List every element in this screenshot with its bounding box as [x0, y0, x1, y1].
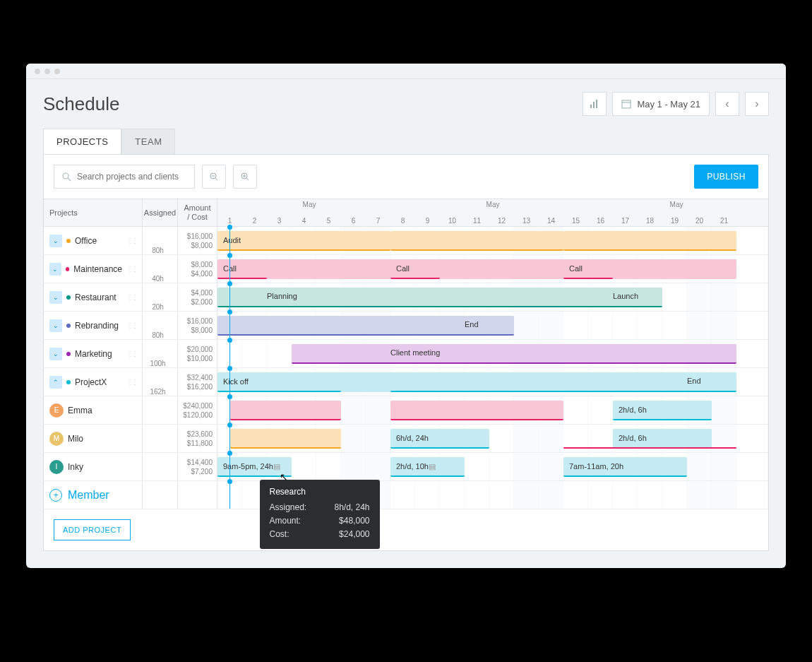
drag-handle[interactable]: ⋮⋮: [126, 350, 136, 357]
chevron-right-icon: ›: [755, 97, 758, 110]
timeline-cell[interactable]: 9am-5pm, 24h ▤2h/d, 10h ▤7am-11am, 20h↖R…: [217, 453, 768, 480]
schedule-bar[interactable]: [292, 344, 736, 364]
bar-label: 7am-11am, 20h: [569, 462, 623, 471]
project-color-dot: [66, 239, 71, 243]
timeline-cell[interactable]: End: [217, 312, 768, 339]
schedule-bar[interactable]: Call: [390, 259, 440, 279]
schedule-bar[interactable]: [390, 231, 563, 251]
chevron-down-icon: ⌄: [52, 266, 58, 273]
schedule-bar[interactable]: Call: [217, 259, 267, 279]
assigned-hours: 40h: [143, 255, 178, 283]
schedule-bar[interactable]: 6h/d, 24h: [390, 429, 489, 449]
bar-label: End: [687, 377, 701, 385]
assigned-hours: [143, 425, 178, 452]
view-tabs: PROJECTS TEAM: [26, 116, 786, 154]
page-title: Schedule: [43, 93, 119, 115]
timeline-cell[interactable]: Audit: [217, 227, 768, 254]
stats-button[interactable]: [583, 92, 607, 116]
drag-handle[interactable]: ⋮⋮: [126, 265, 136, 273]
add-project-button[interactable]: ADD PROJECT: [54, 519, 131, 540]
expand-toggle[interactable]: ⌄: [49, 263, 61, 276]
tooltip-cost-value: $24,000: [339, 528, 369, 541]
add-member-label: Member: [68, 489, 109, 502]
timeline-cell[interactable]: CallCallCall: [217, 255, 768, 283]
schedule-bar[interactable]: [230, 401, 342, 420]
tooltip-assigned-label: Assigned:: [270, 501, 307, 514]
cursor-icon: ↖: [280, 471, 288, 483]
assigned-hours: 20h: [143, 283, 178, 311]
note-icon: ▤: [429, 462, 436, 471]
project-row: ⌄Marketing⋮⋮100h$20,000$10,000Client mee…: [44, 340, 768, 368]
project-name: Rebranding: [75, 321, 119, 331]
amount-cost: $32,400$16,200: [178, 368, 217, 396]
expand-toggle[interactable]: ⌄: [49, 348, 62, 360]
member-name: Inky: [68, 462, 83, 472]
schedule-bar[interactable]: 2h/d, 10h ▤: [390, 457, 465, 477]
bar-label: 2h/d, 10h: [396, 462, 429, 471]
traffic-light-min[interactable]: [44, 69, 50, 74]
schedule-bar[interactable]: 7am-11am, 20h: [563, 457, 687, 477]
schedule-bar[interactable]: [563, 231, 736, 251]
schedule-bar[interactable]: Kick off: [217, 372, 341, 392]
assigned-hours: 80h: [143, 312, 178, 339]
expand-toggle[interactable]: ⌃: [49, 376, 62, 389]
project-color-dot: [66, 352, 71, 356]
timeline-cell[interactable]: PlanningLaunch: [217, 283, 768, 311]
prev-button[interactable]: ‹: [715, 92, 739, 116]
schedule-bar[interactable]: 2h/d, 6h: [613, 401, 712, 420]
chevron-down-icon: ⌄: [53, 294, 59, 301]
schedule-bar[interactable]: [230, 429, 342, 449]
timeline-cell[interactable]: Kick offEnd: [217, 368, 768, 396]
tooltip-amount-label: Amount:: [270, 514, 301, 528]
project-name: Office: [75, 236, 97, 246]
amount-cost: $240,000$120,000: [178, 396, 217, 424]
schedule-bar[interactable]: Audit: [217, 231, 390, 251]
drag-handle[interactable]: ⋮⋮: [126, 321, 136, 329]
bar-label: 6h/d, 24h: [396, 434, 429, 442]
timeline-cell[interactable]: 2h/d, 6h: [217, 396, 768, 424]
tab-team[interactable]: TEAM: [121, 129, 175, 154]
publish-button[interactable]: PUBLISH: [694, 165, 758, 189]
schedule-panel: PUBLISH Projects Assigned Amount / Cost …: [43, 154, 769, 551]
drag-handle[interactable]: ⋮⋮: [126, 237, 136, 244]
expand-toggle[interactable]: ⌄: [49, 319, 62, 332]
timeline-cell[interactable]: 6h/d, 24h2h/d, 6h: [217, 425, 768, 452]
project-name: ProjectX: [75, 377, 107, 387]
bar-label: 9am-5pm, 24h: [223, 462, 273, 471]
date-range-picker[interactable]: May 1 - May 21: [612, 92, 710, 116]
add-member-row[interactable]: +Member: [44, 481, 768, 509]
assigned-hours: [143, 396, 178, 424]
zoom-out-button[interactable]: [202, 165, 226, 189]
zoom-in-button[interactable]: [233, 165, 257, 189]
search-box[interactable]: [54, 165, 195, 189]
search-input[interactable]: [77, 172, 187, 182]
project-row: ⌄Restaurant⋮⋮20h$4,000$2,000PlanningLaun…: [44, 283, 768, 312]
traffic-light-max[interactable]: [54, 69, 60, 74]
drag-handle[interactable]: ⋮⋮: [126, 293, 136, 301]
expand-toggle[interactable]: ⌄: [49, 235, 62, 247]
bar-label: Kick off: [223, 377, 249, 386]
schedule-bar[interactable]: [563, 447, 736, 449]
bar-label: Launch: [613, 292, 638, 300]
schedule-bar[interactable]: [390, 401, 563, 420]
tooltip: ResearchAssigned:8h/d, 24hAmount:$48,000…: [260, 480, 380, 549]
chevron-left-icon: ‹: [725, 97, 729, 110]
expand-toggle[interactable]: ⌄: [49, 291, 62, 304]
schedule-bar[interactable]: Call: [563, 259, 613, 279]
page-header: Schedule May 1 - May 21 ‹ ›: [26, 79, 786, 116]
tooltip-assigned-value: 8h/d, 24h: [334, 501, 369, 514]
amount-cost: $4,000$2,000: [178, 283, 217, 311]
col-header-projects: Projects: [44, 199, 143, 226]
timeline-cell[interactable]: Client meeting: [217, 340, 768, 367]
schedule-bar[interactable]: [390, 372, 736, 392]
zoom-in-icon: [240, 172, 250, 182]
assigned-hours: 80h: [143, 227, 178, 254]
svg-point-5: [63, 173, 68, 179]
drag-handle[interactable]: ⋮⋮: [126, 378, 136, 386]
plus-icon: +: [49, 489, 62, 502]
traffic-light-close[interactable]: [35, 69, 40, 74]
grid-header: Projects Assigned Amount / Cost MayMayMa…: [44, 199, 768, 227]
next-button[interactable]: ›: [745, 92, 769, 116]
tab-projects[interactable]: PROJECTS: [43, 129, 121, 154]
schedule-bar[interactable]: 2h/d, 6h: [613, 429, 712, 449]
